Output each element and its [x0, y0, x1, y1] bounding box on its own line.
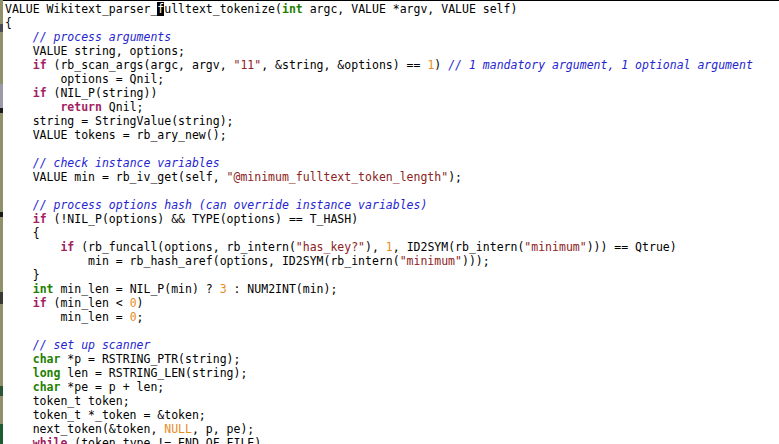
code-token-keyword: return	[60, 100, 102, 114]
code-line: // process arguments	[5, 30, 753, 44]
left-strip-mark	[0, 424, 3, 444]
code-token-plain: token_t token;	[5, 394, 130, 408]
left-strip-mark	[0, 84, 3, 108]
code-line	[5, 324, 753, 338]
code-token-plain	[5, 156, 33, 170]
code-line: return Qnil;	[5, 100, 753, 114]
code-token-keyword: if	[33, 212, 47, 226]
left-strip-mark	[0, 292, 3, 304]
code-token-comment: // set up scanner	[33, 338, 151, 352]
window-top-border	[0, 0, 779, 1]
code-token-plain: string = StringValue(string);	[5, 114, 233, 128]
code-line: char *pe = p + len;	[5, 380, 753, 394]
code-line: string = StringValue(string);	[5, 114, 753, 128]
code-token-plain: token_t *_token = &token;	[5, 408, 206, 422]
code-token-plain	[5, 100, 60, 114]
code-line: VALUE string, options;	[5, 44, 753, 58]
code-token-plain: VALUE string, options;	[5, 44, 185, 58]
code-line: VALUE min = rb_iv_get(self, "@minimum_fu…	[5, 170, 753, 184]
code-token-comment: // process options hash (can override in…	[33, 198, 428, 212]
code-line: // check instance variables	[5, 156, 753, 170]
code-token-number: 1	[386, 240, 393, 254]
code-token-plain: (!NIL_P(options) && TYPE(options) == T_H…	[47, 212, 359, 226]
code-token-plain: (NIL_P(string))	[47, 86, 158, 100]
code-token-type: char	[33, 352, 61, 366]
code-token-plain: }	[5, 268, 40, 282]
code-line: if (NIL_P(string))	[5, 86, 753, 100]
code-token-plain: len = RSTRING_LEN(string);	[60, 366, 247, 380]
code-line: next_token(&token, NULL, p, pe);	[5, 422, 753, 436]
code-token-keyword: if	[33, 86, 47, 100]
code-token-string: "11"	[234, 58, 262, 72]
code-token-plain: (token.type != END_OF_FILE)	[67, 436, 261, 444]
code-token-plain	[5, 366, 33, 380]
code-token-type: int	[33, 282, 54, 296]
code-token-plain: ),	[365, 240, 386, 254]
code-line: if (min_len < 0)	[5, 296, 753, 310]
code-line: }	[5, 268, 753, 282]
code-token-plain: {	[5, 226, 40, 240]
code-token-plain: );	[448, 170, 462, 184]
code-editor[interactable]: VALUE Wikitext_parser_fulltext_tokenize(…	[5, 2, 753, 444]
code-line: // process options hash (can override in…	[5, 198, 753, 212]
code-token-plain	[5, 380, 33, 394]
code-token-plain: *pe = p + len;	[60, 380, 164, 394]
code-line: long len = RSTRING_LEN(string);	[5, 366, 753, 380]
code-token-plain: min_len = NIL_P(min) ?	[53, 282, 219, 296]
code-token-string: "@minimum_fulltext_token_length"	[227, 170, 449, 184]
code-token-plain	[5, 240, 60, 254]
code-token-type: char	[33, 380, 61, 394]
code-token-plain: ))) == Qtrue)	[587, 240, 677, 254]
code-line: // set up scanner	[5, 338, 753, 352]
code-token-keyword: if	[33, 58, 47, 72]
code-token-plain	[5, 352, 33, 366]
code-token-keyword: while	[33, 436, 68, 444]
code-token-plain	[5, 282, 33, 296]
code-token-plain: )));	[462, 254, 490, 268]
code-token-keyword: if	[60, 240, 74, 254]
code-token-plain: VALUE min = rb_iv_get(self,	[5, 170, 227, 184]
code-line: if (rb_funcall(options, rb_intern("has_k…	[5, 240, 753, 254]
code-token-keyword: if	[33, 296, 47, 310]
code-token-plain: min = rb_hash_aref(options, ID2SYM(rb_in…	[5, 254, 400, 268]
code-token-plain: *p = RSTRING_PTR(string);	[60, 352, 240, 366]
code-token-plain: min_len =	[5, 310, 130, 324]
code-token-string: "minimum"	[400, 254, 462, 268]
code-line: int min_len = NIL_P(min) ? 3 : NUM2INT(m…	[5, 282, 753, 296]
code-line: token_t *_token = &token;	[5, 408, 753, 422]
code-token-plain: , ID2SYM(rb_intern(	[393, 240, 525, 254]
code-token-comment: // 1 mandatory argument, 1 optional argu…	[448, 58, 753, 72]
code-token-plain: (min_len <	[47, 296, 130, 310]
code-line: options = Qnil;	[5, 72, 753, 86]
code-token-plain: argc, VALUE *argv, VALUE self)	[303, 2, 518, 16]
code-token-type: long	[33, 366, 61, 380]
code-line	[5, 142, 753, 156]
code-token-plain: (rb_scan_args(argc, argv,	[47, 58, 234, 72]
code-line: min_len = 0;	[5, 310, 753, 324]
code-token-plain: (rb_funcall(options, rb_intern(	[74, 240, 296, 254]
code-token-plain: {	[5, 16, 12, 30]
code-token-plain	[5, 86, 33, 100]
code-token-plain: , &string, &options) ==	[261, 58, 427, 72]
left-strip-mark	[0, 386, 3, 396]
code-line: token_t token;	[5, 394, 753, 408]
code-token-number: NULL	[164, 422, 192, 436]
left-strip-mark	[0, 108, 3, 113]
code-token-plain	[5, 198, 33, 212]
code-token-plain: )	[434, 58, 448, 72]
code-line	[5, 184, 753, 198]
code-token-string: "has_key?"	[296, 240, 365, 254]
code-token-plain: Qnil;	[102, 100, 144, 114]
code-line: char *p = RSTRING_PTR(string);	[5, 352, 753, 366]
code-line: min = rb_hash_aref(options, ID2SYM(rb_in…	[5, 254, 753, 268]
code-token-plain: ;	[137, 310, 144, 324]
code-token-plain	[5, 338, 33, 352]
code-line: {	[5, 16, 753, 30]
code-token-plain: , p, pe);	[192, 422, 254, 436]
code-line: if (!NIL_P(options) && TYPE(options) == …	[5, 212, 753, 226]
code-token-plain: ulltext_tokenize(	[164, 2, 282, 16]
code-token-plain	[5, 212, 33, 226]
code-token-comment: // check instance variables	[33, 156, 220, 170]
code-token-plain: )	[137, 296, 144, 310]
code-token-plain: next_token(&token,	[5, 422, 164, 436]
